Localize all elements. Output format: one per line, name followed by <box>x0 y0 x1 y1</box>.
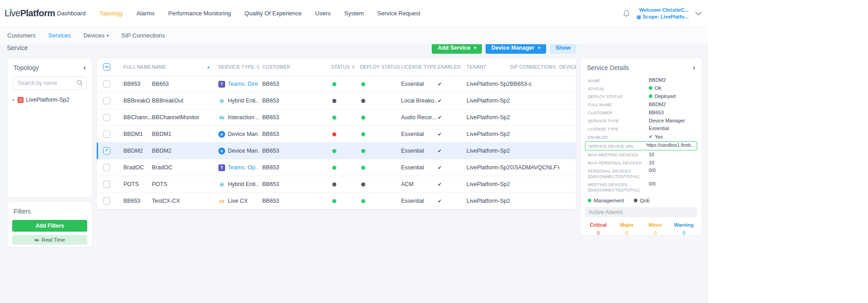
cell-full-name: BBBreakO... <box>123 98 152 104</box>
search-input[interactable] <box>13 76 87 90</box>
active-alarms-header: Active Alarms <box>585 207 697 217</box>
qoe-badge: QoE <box>634 198 650 203</box>
row-checkbox[interactable] <box>103 147 110 154</box>
col-tenant[interactable]: TENANT <box>467 64 510 70</box>
row-checkbox[interactable] <box>103 131 110 138</box>
interaction-icon <box>218 114 225 121</box>
nav-quality-of-experience[interactable]: Quality Of Experience <box>245 10 302 17</box>
cell-full-name: BBDM1 <box>123 131 152 137</box>
subnav-services[interactable]: Services <box>48 32 71 39</box>
cell-license-type: Essential <box>401 198 438 204</box>
collapse-panel-icon[interactable]: › <box>693 65 695 70</box>
col-status[interactable]: STATUS⇅ <box>331 64 360 70</box>
management-badge: Management <box>588 198 624 203</box>
cell-service-type[interactable]: Hybrid Enti... <box>218 181 262 188</box>
active-alarms-grid: Critical0 Major0 Minor0 Warning0 <box>580 217 702 236</box>
cell-name: BradOC <box>152 164 218 171</box>
cell-service-type[interactable]: Live CX <box>218 198 262 205</box>
table-row[interactable]: POTS POTS Hybrid Enti... BB653 ACM LiveP… <box>97 176 576 193</box>
col-enabled[interactable]: ENABLED <box>438 64 467 70</box>
search-icon[interactable] <box>76 79 83 86</box>
cell-tenant: LivePlatform-Sp2 <box>467 164 510 171</box>
enabled-check-icon <box>438 181 442 187</box>
cell-customer: BB653 <box>262 98 331 104</box>
cell-name: BBDM2 <box>152 148 218 154</box>
select-all-checkbox[interactable] <box>103 63 110 70</box>
col-customer[interactable]: CUSTOMER <box>262 64 331 70</box>
cell-full-name: BBDM2 <box>123 148 152 154</box>
nav-dashboard[interactable]: Dashboard <box>57 10 86 17</box>
cell-service-type[interactable]: Device Man... <box>218 148 262 154</box>
check-icon <box>649 134 652 140</box>
row-checkbox[interactable] <box>103 164 110 171</box>
row-checkbox[interactable] <box>103 97 110 104</box>
notifications-bell-icon[interactable] <box>623 9 630 18</box>
user-menu-chevron-icon[interactable] <box>695 11 702 16</box>
col-license-type[interactable]: LICENSE TYPE <box>401 64 438 70</box>
alarm-critical: Critical0 <box>584 222 613 236</box>
cell-name: BB653 <box>152 81 218 87</box>
nav-alarms[interactable]: Alarms <box>137 10 155 17</box>
cell-name: BBBreakOut <box>152 98 218 104</box>
cell-full-name: POTS <box>123 181 152 187</box>
table-row-selected[interactable]: BBDM2 BBDM2 Device Man... BB653 Essentia… <box>97 143 576 159</box>
main-nav: Dashboard Topology Alarms Performance Mo… <box>57 10 420 17</box>
user-menu[interactable]: Welcome ChristieC... ▤Scope: LivePlatfo.… <box>637 7 689 20</box>
real-time-button[interactable]: ∞Real Time <box>12 235 87 245</box>
subnav-customers[interactable]: Customers <box>7 32 36 39</box>
row-checkbox[interactable] <box>103 80 110 88</box>
cell-service-type[interactable]: Hybrid Enti... <box>218 98 262 104</box>
col-service-type[interactable]: SERVICE TYPE⇅ <box>218 64 262 70</box>
subnav-devices[interactable]: Devices▾ <box>84 32 109 39</box>
col-name[interactable]: NAME▲ <box>152 64 218 70</box>
chevron-down-icon: ▾ <box>538 46 540 50</box>
enabled-check-icon <box>438 198 442 204</box>
table-row[interactable]: BBBreakO... BBBreakOut Hybrid Enti... BB… <box>97 93 576 109</box>
cell-service-type[interactable]: Teams: Op... <box>218 164 262 171</box>
nav-system[interactable]: System <box>344 10 363 17</box>
deploy-status-dot <box>361 116 365 120</box>
tree-node-label: LivePlatform-Sp2 <box>26 97 70 103</box>
add-filters-button[interactable]: Add Filters <box>12 220 87 232</box>
detail-row: MAX PERSONAL DEVICES10 <box>588 158 694 167</box>
subnav-sip-connections[interactable]: SIP Connections <box>122 32 165 39</box>
table-row[interactable]: BBChann... BBChannelMonitor Interaction … <box>97 109 576 126</box>
topology-panel-title: Topology <box>14 64 39 71</box>
globe-icon <box>218 181 225 188</box>
cell-license-type: Audio Recor... <box>401 114 438 121</box>
table-row[interactable]: BradOC BradOC Teams: Op... BB653 Essenti… <box>97 159 576 176</box>
row-checkbox[interactable] <box>103 197 110 205</box>
collapse-panel-icon[interactable]: ‹ <box>83 65 86 70</box>
col-device[interactable]: DEVICE <box>559 64 576 70</box>
tree-expand-icon[interactable]: ▸ <box>13 98 15 102</box>
app-logo[interactable]: LivePlatform <box>5 8 52 19</box>
table-row[interactable]: BBDM1 BBDM1 Device Man... BB653 Essentia… <box>97 126 576 143</box>
nav-service-request[interactable]: Service Request <box>377 10 420 17</box>
cell-service-type[interactable]: Teams: Dire... <box>218 81 262 88</box>
logo-live-text: Live <box>5 8 20 18</box>
nav-performance-monitoring[interactable]: Performance Monitoring <box>168 10 231 17</box>
cell-service-type[interactable]: Device Man... <box>218 131 262 138</box>
cell-customer: BB653 <box>262 81 331 87</box>
enabled-check-icon <box>438 98 442 104</box>
qoe-dot <box>634 199 637 202</box>
row-checkbox[interactable] <box>103 181 110 188</box>
cell-full-name: BradOC <box>123 164 152 171</box>
row-checkbox[interactable] <box>103 114 110 121</box>
tree-node-liveplatform-sp2[interactable]: ▸ LivePlatform-Sp2 <box>7 94 92 105</box>
status-dot <box>649 86 652 90</box>
status-dot <box>332 149 336 153</box>
col-full-name[interactable]: FULL NAME <box>123 64 152 70</box>
nav-users[interactable]: Users <box>315 10 330 17</box>
cell-license-type: Essential <box>401 81 438 87</box>
col-deploy-status[interactable]: DEPLOY STATUS <box>360 64 401 70</box>
cell-service-type[interactable]: Interaction ... <box>218 114 262 121</box>
deploy-status-dot <box>361 182 365 186</box>
table-row[interactable]: BB653 BB653 Teams: Dire... BB653 Essenti… <box>97 76 576 93</box>
nav-topology[interactable]: Topology <box>99 10 123 17</box>
col-sip-connections[interactable]: SIP CONNECTIONS <box>510 64 559 70</box>
table-row[interactable]: BB653 TestCX-CX Live CX BB653 Essential … <box>97 193 576 210</box>
service-details-panel: Service Details › NAMEBBDM2 STATUSOK DEP… <box>580 58 702 236</box>
detail-badges: Management QoE <box>580 194 702 205</box>
detail-row-service-device-url[interactable]: SERVICE DEVICE URLhttps://sandbox1.fineb… <box>585 141 697 150</box>
